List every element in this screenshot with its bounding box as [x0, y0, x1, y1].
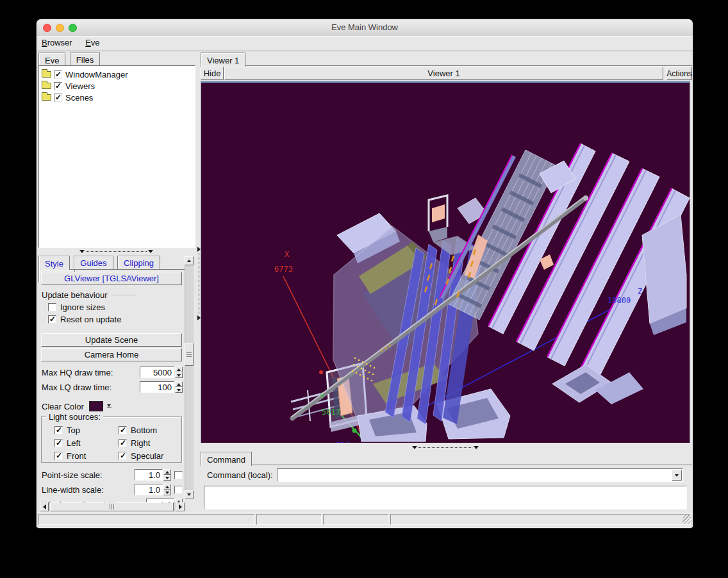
arrow-up-icon	[187, 260, 191, 262]
point-size-stepper[interactable]	[163, 469, 171, 481]
titlebar: Eve Main Window	[37, 19, 693, 37]
tree-item-viewers[interactable]: Viewers	[40, 80, 194, 92]
status-cell	[38, 514, 255, 525]
status-cell	[390, 514, 691, 525]
eve-main-window: Eve Main Window Browser Eve Eve Files Wi…	[37, 19, 693, 528]
x-axis-value: 6773	[274, 265, 293, 274]
glviewer-button[interactable]: GLViewer [TGLSAViewer]	[41, 272, 182, 285]
viewer-splitter-handle[interactable]	[412, 445, 479, 450]
eve-tree: WindowManager Viewers Scenes	[38, 65, 195, 248]
command-combobox	[277, 468, 683, 482]
max-hq-stepper[interactable]	[175, 367, 183, 378]
max-lq-input[interactable]: 100	[140, 381, 174, 393]
light-front: Front	[51, 450, 115, 461]
max-hq-input[interactable]: 5000	[140, 367, 174, 378]
x-axis-label: X	[285, 250, 290, 259]
splitter-arrow-icon	[148, 250, 153, 253]
tree-checkbox[interactable]	[54, 94, 62, 102]
y-axis-value: 5017	[322, 408, 340, 417]
detector-scene: X 6773 Y 5017 Z 19800 -830	[201, 83, 690, 443]
z-axis-value: 19800	[608, 296, 631, 305]
z-axis-label: Z	[638, 287, 642, 296]
line-width-stepper[interactable]	[163, 484, 171, 495]
folder-icon	[42, 94, 51, 101]
tree-checkbox[interactable]	[54, 82, 62, 90]
left-vscrollbar-track[interactable]	[185, 265, 194, 490]
max-lq-row: Max LQ draw time: 100	[40, 381, 183, 393]
left-tabbar: Eve Files	[38, 52, 195, 66]
command-dropdown-button[interactable]	[672, 470, 682, 481]
tab-eve[interactable]: Eve	[38, 53, 65, 67]
folder-icon	[42, 83, 51, 89]
chevron-down-icon	[107, 404, 111, 407]
tab-clipping[interactable]: Clipping	[117, 256, 160, 269]
scroll-up-button[interactable]	[185, 256, 194, 265]
menu-browser[interactable]: Browser	[42, 36, 72, 47]
reset-on-update-checkbox[interactable]	[48, 315, 56, 324]
line-width-checkbox[interactable]	[174, 486, 183, 494]
light-specular: Specular	[115, 450, 179, 461]
arrow-down-icon	[187, 493, 191, 496]
clear-color-dropdown[interactable]	[105, 401, 113, 411]
light-left: Left	[51, 438, 115, 448]
update-scene-button[interactable]: Update Scene	[41, 333, 182, 347]
camera-home-button[interactable]: Camera Home	[41, 348, 182, 361]
tree-item-scenes[interactable]: Scenes	[40, 92, 194, 103]
light-left-checkbox[interactable]	[54, 439, 63, 447]
command-tabbar: Command	[201, 451, 692, 465]
tab-files[interactable]: Files	[70, 53, 100, 66]
folder-icon	[42, 71, 51, 78]
max-lq-stepper[interactable]	[175, 381, 183, 393]
wireframe-row: Wireframe line-width 1.0	[40, 498, 183, 502]
command-input[interactable]	[279, 470, 672, 481]
clear-color-swatch[interactable]	[89, 401, 103, 411]
style-tab-content: GLViewer [TGLSAViewer] Update behaviour …	[38, 269, 185, 502]
viewer-tabbar: Viewer 1	[201, 52, 692, 66]
point-size-checkbox[interactable]	[174, 471, 183, 479]
scroll-right-button[interactable]	[176, 502, 185, 511]
splitter-arrow-icon	[474, 446, 479, 449]
splitter-arrow-icon	[197, 315, 201, 320]
light-right-checkbox[interactable]	[119, 439, 127, 447]
tree-item-windowmanager[interactable]: WindowManager	[40, 69, 194, 80]
left-vscrollbar-thumb[interactable]	[185, 343, 194, 366]
light-front-checkbox[interactable]	[54, 452, 63, 460]
hide-button[interactable]: Hide	[201, 67, 224, 80]
menu-eve[interactable]: Eve	[85, 36, 99, 47]
tree-checkbox[interactable]	[54, 70, 62, 79]
update-behaviour-section: Update behaviour	[42, 290, 183, 300]
light-top-checkbox[interactable]	[54, 426, 63, 434]
gl-viewport[interactable]: X 6773 Y 5017 Z 19800 -830	[201, 81, 690, 443]
point-size-input[interactable]: 1.0	[135, 469, 163, 481]
line-width-input[interactable]: 1.0	[135, 484, 163, 495]
left-splitter-handle[interactable]	[79, 249, 153, 254]
scroll-down-button[interactable]	[185, 490, 194, 499]
origin-value: -830	[331, 441, 350, 443]
splitter-arrow-icon	[79, 250, 85, 253]
light-right: Right	[115, 438, 179, 448]
point-size-row: Point-size scale: 1.0	[40, 468, 183, 481]
splitter-arrow-icon	[412, 446, 417, 449]
tab-viewer-1[interactable]: Viewer 1	[201, 53, 245, 67]
light-bottom: Bottom	[115, 425, 179, 435]
tab-guides[interactable]: Guides	[74, 256, 113, 269]
light-sources-group: Light sources: Top Bottom Left Right Fro…	[41, 417, 182, 463]
arrow-left-icon	[43, 504, 46, 509]
splitter-arrow-icon	[197, 247, 201, 252]
resize-grip[interactable]	[682, 515, 691, 524]
line-width-row: Line-width scale: 1.0	[40, 483, 183, 496]
light-bottom-checkbox[interactable]	[119, 426, 127, 434]
clear-color-row: Clear Color	[40, 400, 183, 412]
scroll-left-button[interactable]	[40, 502, 49, 511]
y-axis-label: Y	[320, 392, 325, 401]
style-tabbar: Style Guides Clipping Extras	[38, 255, 185, 270]
menubar: Browser Eve	[37, 36, 693, 51]
tab-command[interactable]: Command	[201, 452, 252, 466]
command-output	[204, 486, 687, 509]
light-top: Top	[51, 425, 115, 435]
actions-button[interactable]: Actions	[666, 67, 692, 80]
ignore-sizes-checkbox[interactable]	[48, 303, 56, 311]
light-specular-checkbox[interactable]	[119, 452, 127, 460]
tab-style[interactable]: Style	[38, 256, 70, 270]
left-hscrollbar-thumb[interactable]	[50, 502, 174, 511]
